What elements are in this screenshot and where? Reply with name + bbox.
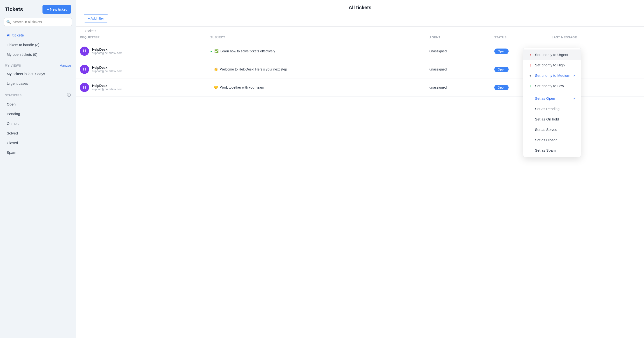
requester-email: support@helpdesk.com [92,88,122,91]
sidebar-item-open[interactable]: Open [2,100,74,109]
table-body: H HelpDesk support@helpdesk.com ● ✅ Lear… [76,42,644,96]
search-icon: 🔍 [6,20,11,24]
requester-name: HelpDesk [92,84,122,88]
col-header-status: STATUS [490,33,548,42]
set-as-closed-item[interactable]: Set as Closed [523,135,581,145]
subject-cell-1: ● ✅ Learn how to solve tickets effective… [206,42,426,60]
agent-cell-1: unassigned [426,42,490,60]
agent-cell-3: unassigned [426,78,490,96]
set-as-spam-item[interactable]: Set as Spam [523,145,581,156]
main-content: All tickets + Add filter 3 tickets REQUE… [76,0,644,338]
subject-cell-2: ↑ 👋 Welcome to HelpDesk! Here's your nex… [206,60,426,78]
sidebar-item-closed[interactable]: Closed [2,138,74,148]
sidebar-item-spam[interactable]: Spam [2,148,74,157]
status-badge: Open [494,48,509,54]
search-box: 🔍 [4,18,72,26]
set-priority-low-item[interactable]: ↓ Set priority to Low [523,81,581,91]
subject-cell-3: ↑ 🤝 Work together with your team [206,78,426,96]
status-badge: Open [494,85,509,90]
requester-email: support@helpdesk.com [92,52,122,55]
sidebar-item-all-tickets[interactable]: All tickets [2,30,74,40]
ticket-count: 3 tickets [76,26,644,33]
filter-bar: + Add filter [84,14,636,22]
set-priority-high-item[interactable]: ↑ Set priority to High [523,60,581,70]
set-priority-urgent-item[interactable]: ↑ Set priority to Urgent [523,50,581,60]
set-priority-urgent-label: Set priority to Urgent [535,53,568,57]
set-priority-high-label: Set priority to High [535,63,564,67]
statuses-nav: OpenPendingOn holdSolvedClosedSpam [0,99,76,158]
set-as-pending-item[interactable]: Set as Pending [523,104,581,114]
checked-icon: ✓ [573,74,576,78]
table-row[interactable]: H HelpDesk support@helpdesk.com ● ✅ Lear… [76,42,644,60]
last-message-cell-1: July 2, 2020 ⋯ ↑ Set priority to Urgent … [548,42,644,60]
tickets-table: REQUESTERSUBJECTAGENTSTATUSLAST MESSAGE … [76,33,644,338]
priority-icon: ● [210,49,212,53]
subject-text: Welcome to HelpDesk! Here's your next st… [220,67,287,71]
statuses-section-label: STATUSES ⓘ [0,88,76,99]
sidebar-item-tickets-to-handle[interactable]: Tickets to handle (3) [2,40,74,50]
page-title: All tickets [84,5,636,10]
subject-text: Work together with your team [220,86,264,89]
set-as-pending-label: Set as Pending [535,107,560,111]
dropdown-separator [523,92,581,92]
col-header-last-message: LAST MESSAGE [548,33,644,42]
set-priority-high-icon: ↑ [528,63,532,67]
tickets-list: REQUESTERSUBJECTAGENTSTATUSLAST MESSAGE … [76,33,644,96]
sidebar-title: Tickets [5,6,23,12]
dropdown-menu: ↑ Set priority to Urgent ↑ Set priority … [523,48,581,157]
set-priority-medium-icon: ● [528,74,532,78]
manage-link[interactable]: Manage [60,64,71,67]
set-priority-low-label: Set priority to Low [535,84,564,88]
statuses-info-icon[interactable]: ⓘ [67,93,71,98]
set-priority-medium-item[interactable]: ● Set priority to Medium ✓ [523,70,581,81]
checked-icon: ✓ [573,96,576,100]
priority-icon: ↑ [210,67,212,71]
col-header-requester: REQUESTER [76,33,206,42]
subject-text: Learn how to solve tickets effectively [220,49,275,53]
sidebar-item-pending[interactable]: Pending [2,109,74,118]
sidebar-item-solved[interactable]: Solved [2,128,74,138]
status-badge: Open [494,67,509,72]
set-priority-medium-label: Set priority to Medium [535,74,570,78]
my-views-section-label: MY VIEWS Manage [0,60,76,69]
sidebar-item-my-open-tickets[interactable]: My open tickets (0) [2,50,74,59]
requester-cell-1: H HelpDesk support@helpdesk.com [76,42,206,60]
main-header: All tickets + Add filter [76,0,644,26]
sidebar-header: Tickets + New ticket [0,0,76,18]
set-as-open-item[interactable]: Set as Open ✓ [523,93,581,104]
col-header-agent: AGENT [426,33,490,42]
new-ticket-button[interactable]: + New ticket [42,5,71,14]
avatar: H [80,46,89,56]
set-as-on-hold-label: Set as On hold [535,117,559,121]
search-input[interactable] [4,18,72,26]
sidebar-item-on-hold[interactable]: On hold [2,119,74,128]
set-as-spam-label: Set as Spam [535,148,556,152]
set-as-solved-label: Set as Solved [535,128,557,132]
requester-cell-2: H HelpDesk support@helpdesk.com [76,60,206,78]
set-as-open-label: Set as Open [535,96,555,100]
sidebar-nav: All ticketsTickets to handle (3)My open … [0,30,76,60]
requester-cell-3: H HelpDesk support@helpdesk.com [76,78,206,96]
col-header-subject: SUBJECT [206,33,426,42]
table-header: REQUESTERSUBJECTAGENTSTATUSLAST MESSAGE [76,33,644,42]
priority-icon: ↑ [210,86,212,89]
set-priority-low-icon: ↓ [528,84,532,88]
avatar: H [80,83,89,92]
set-as-solved-item[interactable]: Set as Solved [523,124,581,135]
requester-name: HelpDesk [92,48,122,52]
set-as-on-hold-item[interactable]: Set as On hold [523,114,581,124]
set-as-closed-label: Set as Closed [535,138,557,142]
sidebar: Tickets + New ticket 🔍 All ticketsTicket… [0,0,76,338]
requester-email: support@helpdesk.com [92,70,122,73]
my-views-nav: My tickets in last 7 daysUrgent cases [0,69,76,88]
agent-cell-2: unassigned [426,60,490,78]
set-priority-urgent-icon: ↑ [528,53,532,57]
add-filter-button[interactable]: + Add filter [84,14,108,22]
sidebar-item-my-tickets-last-7-days[interactable]: My tickets in last 7 days [2,69,74,78]
sidebar-item-urgent-cases[interactable]: Urgent cases [2,79,74,88]
avatar: H [80,65,89,74]
dropdown-wrapper: ⋯ ↑ Set priority to Urgent ↑ Set priorit… [572,48,581,54]
requester-name: HelpDesk [92,66,122,70]
